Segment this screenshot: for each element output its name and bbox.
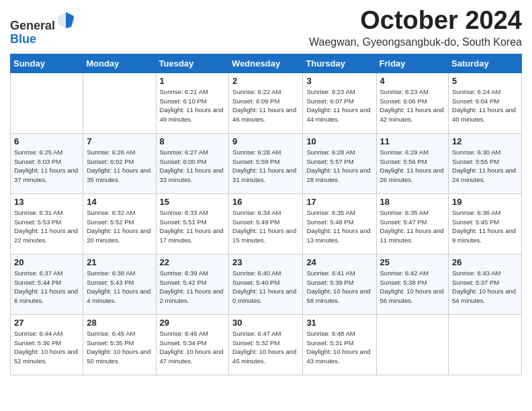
- day-info: Sunrise: 6:32 AM Sunset: 5:52 PM Dayligh…: [87, 208, 152, 245]
- day-info: Sunrise: 6:45 AM Sunset: 5:35 PM Dayligh…: [87, 329, 152, 366]
- calendar-cell: 28Sunrise: 6:45 AM Sunset: 5:35 PM Dayli…: [83, 314, 156, 375]
- calendar-cell: 16Sunrise: 6:34 AM Sunset: 5:49 PM Dayli…: [229, 193, 303, 254]
- day-number: 14: [87, 197, 152, 207]
- calendar-cell: 7Sunrise: 6:26 AM Sunset: 6:02 PM Daylig…: [83, 133, 156, 193]
- svg-marker-2: [66, 12, 74, 28]
- calendar-cell: 11Sunrise: 6:29 AM Sunset: 5:56 PM Dayli…: [376, 133, 449, 193]
- calendar-cell: 13Sunrise: 6:31 AM Sunset: 5:53 PM Dayli…: [11, 193, 83, 254]
- calendar-week-4: 20Sunrise: 6:37 AM Sunset: 5:44 PM Dayli…: [11, 254, 522, 314]
- day-number: 22: [160, 257, 226, 267]
- calendar-cell: 9Sunrise: 6:28 AM Sunset: 5:59 PM Daylig…: [229, 133, 303, 193]
- calendar-week-5: 27Sunrise: 6:44 AM Sunset: 5:36 PM Dayli…: [11, 314, 522, 375]
- day-info: Sunrise: 6:23 AM Sunset: 6:06 PM Dayligh…: [380, 87, 445, 124]
- day-info: Sunrise: 6:25 AM Sunset: 6:03 PM Dayligh…: [14, 148, 79, 185]
- day-info: Sunrise: 6:47 AM Sunset: 5:32 PM Dayligh…: [232, 329, 299, 366]
- calendar-cell: 14Sunrise: 6:32 AM Sunset: 5:52 PM Dayli…: [83, 193, 156, 254]
- calendar-cell: 3Sunrise: 6:23 AM Sunset: 6:07 PM Daylig…: [303, 73, 376, 133]
- day-info: Sunrise: 6:26 AM Sunset: 6:02 PM Dayligh…: [87, 148, 152, 185]
- day-number: 17: [306, 197, 372, 207]
- location-title: Waegwan, Gyeongsangbuk-do, South Korea: [309, 36, 522, 48]
- calendar-cell: 4Sunrise: 6:23 AM Sunset: 6:06 PM Daylig…: [376, 73, 449, 133]
- day-info: Sunrise: 6:31 AM Sunset: 5:53 PM Dayligh…: [14, 208, 79, 245]
- logo-blue-text: Blue: [10, 33, 75, 46]
- day-header-sunday: Sunday: [11, 54, 83, 73]
- day-number: 8: [160, 136, 226, 146]
- day-number: 18: [380, 197, 445, 207]
- day-number: 23: [232, 257, 299, 267]
- day-info: Sunrise: 6:34 AM Sunset: 5:49 PM Dayligh…: [232, 208, 299, 245]
- day-number: 16: [232, 197, 299, 207]
- day-number: 31: [306, 318, 372, 328]
- title-section: October 2024 Waegwan, Gyeongsangbuk-do, …: [309, 7, 522, 48]
- day-info: Sunrise: 6:23 AM Sunset: 6:07 PM Dayligh…: [306, 87, 372, 124]
- logo-blue: Blue: [10, 32, 36, 46]
- calendar-cell: 10Sunrise: 6:28 AM Sunset: 5:57 PM Dayli…: [303, 133, 376, 193]
- logo-general: General: [10, 19, 55, 32]
- day-info: Sunrise: 6:27 AM Sunset: 6:00 PM Dayligh…: [160, 148, 226, 185]
- calendar-cell: [11, 73, 83, 133]
- day-info: Sunrise: 6:22 AM Sunset: 6:09 PM Dayligh…: [232, 87, 299, 124]
- day-info: Sunrise: 6:28 AM Sunset: 5:59 PM Dayligh…: [232, 148, 299, 185]
- day-number: 7: [87, 136, 152, 146]
- day-number: 26: [452, 257, 518, 267]
- day-info: Sunrise: 6:30 AM Sunset: 5:55 PM Dayligh…: [452, 148, 518, 185]
- calendar-cell: 26Sunrise: 6:43 AM Sunset: 5:37 PM Dayli…: [449, 254, 522, 314]
- day-number: 30: [232, 318, 299, 328]
- calendar-cell: 30Sunrise: 6:47 AM Sunset: 5:32 PM Dayli…: [229, 314, 303, 375]
- calendar-cell: 22Sunrise: 6:39 AM Sunset: 5:42 PM Dayli…: [156, 254, 229, 314]
- day-info: Sunrise: 6:38 AM Sunset: 5:43 PM Dayligh…: [87, 269, 152, 306]
- day-number: 20: [14, 257, 79, 267]
- calendar-cell: 6Sunrise: 6:25 AM Sunset: 6:03 PM Daylig…: [11, 133, 83, 193]
- day-number: 4: [380, 76, 445, 86]
- calendar-week-2: 6Sunrise: 6:25 AM Sunset: 6:03 PM Daylig…: [11, 133, 522, 193]
- calendar-cell: 27Sunrise: 6:44 AM Sunset: 5:36 PM Dayli…: [11, 314, 83, 375]
- day-info: Sunrise: 6:40 AM Sunset: 5:40 PM Dayligh…: [232, 269, 299, 306]
- day-info: Sunrise: 6:39 AM Sunset: 5:42 PM Dayligh…: [160, 269, 226, 306]
- logo-icon: [56, 11, 75, 30]
- day-info: Sunrise: 6:29 AM Sunset: 5:56 PM Dayligh…: [380, 148, 445, 185]
- day-info: Sunrise: 6:37 AM Sunset: 5:44 PM Dayligh…: [14, 269, 79, 306]
- day-number: 28: [87, 318, 152, 328]
- day-number: 12: [452, 136, 518, 146]
- day-header-thursday: Thursday: [303, 54, 376, 73]
- day-info: Sunrise: 6:48 AM Sunset: 5:31 PM Dayligh…: [306, 329, 372, 366]
- page: General Blue October 2024 Waegwan, Gyeon…: [0, 0, 532, 411]
- day-info: Sunrise: 6:33 AM Sunset: 5:51 PM Dayligh…: [160, 208, 226, 245]
- calendar-cell: 5Sunrise: 6:24 AM Sunset: 6:04 PM Daylig…: [449, 73, 522, 133]
- day-number: 11: [380, 136, 445, 146]
- calendar-cell: 19Sunrise: 6:36 AM Sunset: 5:45 PM Dayli…: [449, 193, 522, 254]
- day-info: Sunrise: 6:46 AM Sunset: 5:34 PM Dayligh…: [160, 329, 226, 366]
- day-header-tuesday: Tuesday: [156, 54, 229, 73]
- calendar-cell: [376, 314, 449, 375]
- day-number: 19: [452, 197, 518, 207]
- calendar-cell: 1Sunrise: 6:21 AM Sunset: 6:10 PM Daylig…: [156, 73, 229, 133]
- logo: General Blue: [10, 11, 75, 46]
- calendar-header-row: SundayMondayTuesdayWednesdayThursdayFrid…: [11, 54, 522, 73]
- calendar-cell: 25Sunrise: 6:42 AM Sunset: 5:38 PM Dayli…: [376, 254, 449, 314]
- day-number: 9: [232, 136, 299, 146]
- day-number: 5: [452, 76, 518, 86]
- calendar-cell: 31Sunrise: 6:48 AM Sunset: 5:31 PM Dayli…: [303, 314, 376, 375]
- calendar-cell: 24Sunrise: 6:41 AM Sunset: 5:39 PM Dayli…: [303, 254, 376, 314]
- calendar-week-1: 1Sunrise: 6:21 AM Sunset: 6:10 PM Daylig…: [11, 73, 522, 133]
- day-number: 10: [306, 136, 372, 146]
- calendar-cell: [449, 314, 522, 375]
- day-number: 24: [306, 257, 372, 267]
- day-header-monday: Monday: [83, 54, 156, 73]
- day-info: Sunrise: 6:44 AM Sunset: 5:36 PM Dayligh…: [14, 329, 79, 366]
- day-info: Sunrise: 6:41 AM Sunset: 5:39 PM Dayligh…: [306, 269, 372, 306]
- day-number: 13: [14, 197, 79, 207]
- calendar-cell: 29Sunrise: 6:46 AM Sunset: 5:34 PM Dayli…: [156, 314, 229, 375]
- calendar-cell: 20Sunrise: 6:37 AM Sunset: 5:44 PM Dayli…: [11, 254, 83, 314]
- calendar-cell: 12Sunrise: 6:30 AM Sunset: 5:55 PM Dayli…: [449, 133, 522, 193]
- day-number: 2: [232, 76, 299, 86]
- calendar-cell: 17Sunrise: 6:35 AM Sunset: 5:48 PM Dayli…: [303, 193, 376, 254]
- day-info: Sunrise: 6:28 AM Sunset: 5:57 PM Dayligh…: [306, 148, 372, 185]
- calendar-week-3: 13Sunrise: 6:31 AM Sunset: 5:53 PM Dayli…: [11, 193, 522, 254]
- header: General Blue October 2024 Waegwan, Gyeon…: [10, 7, 522, 48]
- day-number: 21: [87, 257, 152, 267]
- calendar-cell: 8Sunrise: 6:27 AM Sunset: 6:00 PM Daylig…: [156, 133, 229, 193]
- calendar-cell: 2Sunrise: 6:22 AM Sunset: 6:09 PM Daylig…: [229, 73, 303, 133]
- day-number: 3: [306, 76, 372, 86]
- day-info: Sunrise: 6:36 AM Sunset: 5:45 PM Dayligh…: [452, 208, 518, 245]
